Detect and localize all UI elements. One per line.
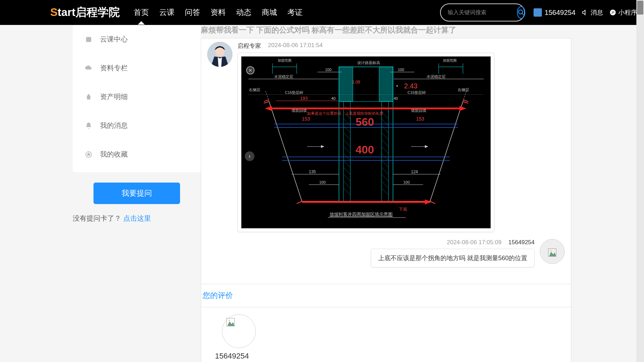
ask-question-button[interactable]: 我要提问	[93, 183, 180, 204]
nav-cloud-course[interactable]: 云课	[159, 0, 175, 25]
sidebar-label: 我的消息	[100, 121, 128, 130]
sidebar-label: 我的收藏	[100, 150, 128, 159]
message-user: 2024-08-06 17:05:09 15649254 上底不应该是那个拐角的…	[207, 239, 565, 267]
sidebar-item-materials[interactable]: 资料专栏	[73, 54, 201, 82]
no-card-link[interactable]: 点击这里	[123, 214, 151, 222]
messages-link[interactable]: 消息	[582, 8, 603, 17]
svg-rect-40	[379, 67, 393, 101]
chat-container: 启程专家 2024-08-06 17:01:54 ✕ ›	[201, 38, 571, 284]
username-label: 15649254	[545, 9, 575, 17]
svg-text:加固范围: 加固范围	[443, 59, 457, 62]
svg-text:100: 100	[319, 180, 325, 184]
svg-text:水泥稳定层: 水泥稳定层	[274, 74, 293, 79]
cad-image[interactable]: ✕ › 加固范围 加固范围 设计路面标高	[241, 56, 491, 228]
message-image-bubble: ✕ › 加固范围 加固范围 设计路面标高	[238, 53, 494, 232]
nav-materials[interactable]: 资料	[211, 0, 226, 25]
star-icon	[85, 151, 92, 158]
bag-icon	[85, 93, 92, 101]
svg-text:124: 124	[411, 169, 418, 174]
sidebar: 云课中心 资料专栏 资产明细 我的消息	[73, 25, 201, 362]
image-close-button[interactable]: ✕	[246, 66, 254, 74]
svg-text:560: 560	[356, 116, 374, 128]
svg-text:JP: JP	[611, 11, 615, 14]
search-button[interactable]	[517, 6, 525, 19]
review-content: 15649254	[201, 307, 571, 362]
msg-author: 启程专家	[238, 42, 261, 50]
svg-rect-4	[86, 37, 91, 42]
logo-rest: tart启程学院	[57, 6, 120, 18]
svg-text:右侧层: 右侧层	[249, 88, 260, 92]
nav-home[interactable]: 首页	[134, 0, 149, 25]
review-username: 15649254	[215, 352, 564, 361]
msg-author: 15649254	[508, 239, 535, 246]
bell-icon	[85, 122, 92, 130]
main-nav: 首页 云课 问答 资料 动态 商城 考证	[134, 0, 303, 25]
chat-scroll[interactable]: 启程专家 2024-08-06 17:01:54 ✕ ›	[201, 38, 571, 281]
msg-time: 2024-08-06 17:05:09	[447, 239, 502, 246]
nav-feed[interactable]: 动态	[236, 0, 251, 25]
svg-point-113	[550, 250, 552, 251]
avatar-placeholder-icon	[548, 248, 556, 257]
scrollbar-thumb[interactable]	[637, 1, 643, 15]
search-icon	[518, 9, 525, 16]
question-title: 麻烦帮我看一下 下面的公式对吗 标高有一些差距不大所以我就合一起计算了	[201, 25, 571, 38]
svg-text:右侧层: 右侧层	[458, 88, 469, 92]
sidebar-item-messages[interactable]: 我的消息	[73, 111, 201, 140]
svg-text:填筑回填: 填筑回填	[411, 108, 426, 113]
main-header: Start启程学院 首页 云课 问答 资料 动态 商城 考证 15649254 …	[0, 0, 644, 25]
svg-text:水泥稳定层: 水泥稳定层	[427, 74, 446, 79]
speaker-icon	[582, 9, 589, 16]
miniapp-link[interactable]: JP 小程序	[609, 8, 637, 17]
sidebar-item-cloud-course[interactable]: 云课中心	[73, 25, 201, 54]
logo[interactable]: Start启程学院	[50, 5, 120, 20]
cloud-icon	[85, 64, 92, 72]
svg-point-115	[229, 320, 230, 321]
search-input[interactable]	[448, 9, 517, 16]
sidebar-item-favorites[interactable]: 我的收藏	[73, 140, 201, 169]
sidebar-item-assets[interactable]: 资产明细	[73, 82, 201, 111]
messages-label: 消息	[591, 8, 603, 17]
page-scrollbar[interactable]	[636, 0, 644, 362]
sidebar-label: 资产明细	[100, 92, 128, 101]
review-avatar[interactable]	[222, 314, 256, 348]
svg-text:100: 100	[325, 68, 331, 72]
review-title: 您的评价	[201, 284, 571, 307]
image-next-button[interactable]: ›	[245, 151, 254, 161]
expert-avatar[interactable]	[207, 42, 232, 67]
svg-text:40: 40	[331, 96, 336, 100]
avatar-placeholder-icon	[226, 318, 235, 326]
nav-cert[interactable]: 考证	[287, 0, 303, 25]
review-section: 您的评价 15649254	[201, 284, 571, 362]
svg-text:加固范围: 加固范围	[278, 59, 292, 62]
logo-s: S	[50, 6, 57, 18]
sidebar-label: 云课中心	[100, 35, 128, 44]
svg-text:如果是这个位置的话，上底是我给你标的长度: 如果是这个位置的话，上底是我给你标的长度	[307, 111, 383, 115]
svg-point-105	[396, 85, 398, 87]
svg-text:40: 40	[394, 96, 398, 100]
svg-text:400: 400	[356, 143, 374, 156]
nav-qa[interactable]: 问答	[185, 0, 200, 25]
sidebar-menu: 云课中心 资料专栏 资产明细 我的消息	[73, 25, 201, 172]
svg-text:1.08: 1.08	[352, 80, 360, 85]
svg-text:设计路面标高: 设计路面标高	[357, 61, 380, 65]
svg-text:100: 100	[403, 180, 410, 184]
message-expert: 启程专家 2024-08-06 17:01:54 ✕ ›	[207, 42, 565, 232]
user-avatar[interactable]	[540, 239, 565, 264]
svg-text:填筑回填: 填筑回填	[291, 108, 307, 113]
nav-mall[interactable]: 商城	[262, 0, 277, 25]
svg-point-0	[519, 10, 523, 14]
svg-text:2.43: 2.43	[404, 82, 418, 90]
sidebar-label: 资料专栏	[100, 63, 128, 73]
miniapp-label: 小程序	[618, 8, 637, 17]
svg-text:C15垫层碎: C15垫层碎	[408, 90, 426, 95]
header-right: 15649254 消息 JP 小程序	[534, 8, 637, 17]
svg-rect-39	[339, 67, 353, 101]
svg-text:193: 193	[300, 96, 308, 101]
svg-text:C15垫层碎: C15垫层碎	[285, 90, 303, 95]
search-box	[440, 3, 525, 21]
user-info[interactable]: 15649254	[534, 8, 575, 17]
avatar-person-icon	[207, 42, 232, 67]
book-icon	[85, 36, 92, 43]
no-card-text: 没有提问卡了？ 点击这里	[73, 214, 201, 223]
msg-time: 2024-08-06 17:01:54	[268, 42, 323, 50]
